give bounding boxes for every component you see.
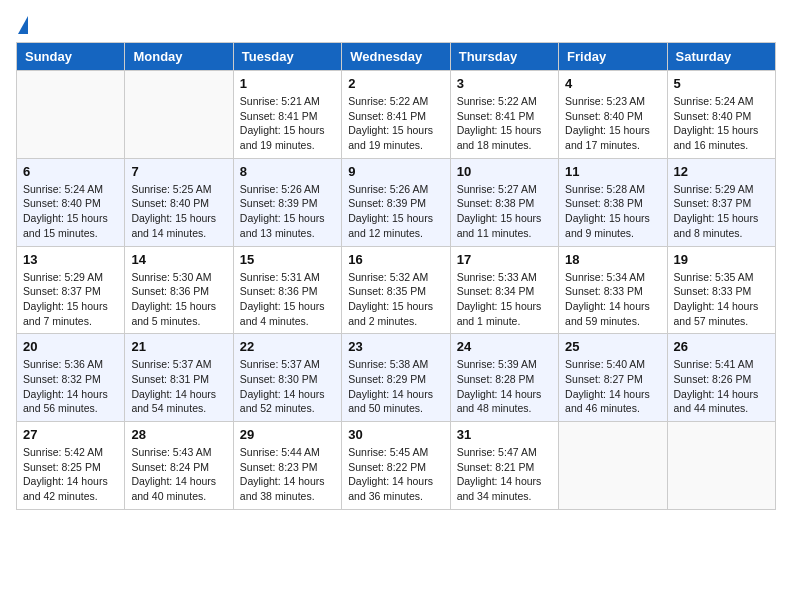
calendar-cell: 15Sunrise: 5:31 AMSunset: 8:36 PMDayligh… <box>233 246 341 334</box>
day-number: 25 <box>565 339 660 354</box>
logo-triangle-icon <box>18 16 28 34</box>
calendar-cell: 23Sunrise: 5:38 AMSunset: 8:29 PMDayligh… <box>342 334 450 422</box>
calendar-cell: 11Sunrise: 5:28 AMSunset: 8:38 PMDayligh… <box>559 158 667 246</box>
day-number: 10 <box>457 164 552 179</box>
day-number: 24 <box>457 339 552 354</box>
day-number: 16 <box>348 252 443 267</box>
day-info: Sunrise: 5:32 AMSunset: 8:35 PMDaylight:… <box>348 270 443 329</box>
calendar-cell: 4Sunrise: 5:23 AMSunset: 8:40 PMDaylight… <box>559 71 667 159</box>
header-wednesday: Wednesday <box>342 43 450 71</box>
calendar-cell: 28Sunrise: 5:43 AMSunset: 8:24 PMDayligh… <box>125 422 233 510</box>
day-number: 28 <box>131 427 226 442</box>
day-info: Sunrise: 5:21 AMSunset: 8:41 PMDaylight:… <box>240 94 335 153</box>
day-info: Sunrise: 5:29 AMSunset: 8:37 PMDaylight:… <box>23 270 118 329</box>
day-number: 15 <box>240 252 335 267</box>
day-info: Sunrise: 5:25 AMSunset: 8:40 PMDaylight:… <box>131 182 226 241</box>
day-info: Sunrise: 5:22 AMSunset: 8:41 PMDaylight:… <box>348 94 443 153</box>
day-number: 17 <box>457 252 552 267</box>
day-info: Sunrise: 5:37 AMSunset: 8:31 PMDaylight:… <box>131 357 226 416</box>
header-saturday: Saturday <box>667 43 775 71</box>
day-info: Sunrise: 5:28 AMSunset: 8:38 PMDaylight:… <box>565 182 660 241</box>
day-info: Sunrise: 5:29 AMSunset: 8:37 PMDaylight:… <box>674 182 769 241</box>
calendar-cell <box>17 71 125 159</box>
calendar-week-row: 27Sunrise: 5:42 AMSunset: 8:25 PMDayligh… <box>17 422 776 510</box>
day-number: 5 <box>674 76 769 91</box>
header-thursday: Thursday <box>450 43 558 71</box>
day-info: Sunrise: 5:33 AMSunset: 8:34 PMDaylight:… <box>457 270 552 329</box>
day-number: 31 <box>457 427 552 442</box>
calendar-week-row: 6Sunrise: 5:24 AMSunset: 8:40 PMDaylight… <box>17 158 776 246</box>
page-header <box>16 16 776 34</box>
calendar-cell: 30Sunrise: 5:45 AMSunset: 8:22 PMDayligh… <box>342 422 450 510</box>
day-number: 11 <box>565 164 660 179</box>
day-info: Sunrise: 5:39 AMSunset: 8:28 PMDaylight:… <box>457 357 552 416</box>
header-tuesday: Tuesday <box>233 43 341 71</box>
calendar-cell: 26Sunrise: 5:41 AMSunset: 8:26 PMDayligh… <box>667 334 775 422</box>
day-info: Sunrise: 5:35 AMSunset: 8:33 PMDaylight:… <box>674 270 769 329</box>
day-info: Sunrise: 5:22 AMSunset: 8:41 PMDaylight:… <box>457 94 552 153</box>
day-info: Sunrise: 5:24 AMSunset: 8:40 PMDaylight:… <box>23 182 118 241</box>
calendar-cell <box>559 422 667 510</box>
day-number: 23 <box>348 339 443 354</box>
day-info: Sunrise: 5:34 AMSunset: 8:33 PMDaylight:… <box>565 270 660 329</box>
day-number: 6 <box>23 164 118 179</box>
day-number: 22 <box>240 339 335 354</box>
logo <box>16 16 28 34</box>
calendar-cell: 16Sunrise: 5:32 AMSunset: 8:35 PMDayligh… <box>342 246 450 334</box>
calendar-cell: 6Sunrise: 5:24 AMSunset: 8:40 PMDaylight… <box>17 158 125 246</box>
day-info: Sunrise: 5:41 AMSunset: 8:26 PMDaylight:… <box>674 357 769 416</box>
header-friday: Friday <box>559 43 667 71</box>
calendar-cell: 27Sunrise: 5:42 AMSunset: 8:25 PMDayligh… <box>17 422 125 510</box>
calendar-cell: 31Sunrise: 5:47 AMSunset: 8:21 PMDayligh… <box>450 422 558 510</box>
calendar-cell: 14Sunrise: 5:30 AMSunset: 8:36 PMDayligh… <box>125 246 233 334</box>
calendar-cell <box>667 422 775 510</box>
day-number: 13 <box>23 252 118 267</box>
day-info: Sunrise: 5:26 AMSunset: 8:39 PMDaylight:… <box>240 182 335 241</box>
day-info: Sunrise: 5:44 AMSunset: 8:23 PMDaylight:… <box>240 445 335 504</box>
day-info: Sunrise: 5:36 AMSunset: 8:32 PMDaylight:… <box>23 357 118 416</box>
day-number: 12 <box>674 164 769 179</box>
calendar-cell: 1Sunrise: 5:21 AMSunset: 8:41 PMDaylight… <box>233 71 341 159</box>
calendar-week-row: 13Sunrise: 5:29 AMSunset: 8:37 PMDayligh… <box>17 246 776 334</box>
day-number: 20 <box>23 339 118 354</box>
calendar-cell: 2Sunrise: 5:22 AMSunset: 8:41 PMDaylight… <box>342 71 450 159</box>
calendar-cell: 17Sunrise: 5:33 AMSunset: 8:34 PMDayligh… <box>450 246 558 334</box>
day-number: 2 <box>348 76 443 91</box>
day-info: Sunrise: 5:31 AMSunset: 8:36 PMDaylight:… <box>240 270 335 329</box>
calendar-cell: 25Sunrise: 5:40 AMSunset: 8:27 PMDayligh… <box>559 334 667 422</box>
calendar-cell: 12Sunrise: 5:29 AMSunset: 8:37 PMDayligh… <box>667 158 775 246</box>
day-info: Sunrise: 5:24 AMSunset: 8:40 PMDaylight:… <box>674 94 769 153</box>
calendar-week-row: 20Sunrise: 5:36 AMSunset: 8:32 PMDayligh… <box>17 334 776 422</box>
day-number: 21 <box>131 339 226 354</box>
day-number: 30 <box>348 427 443 442</box>
day-info: Sunrise: 5:38 AMSunset: 8:29 PMDaylight:… <box>348 357 443 416</box>
day-info: Sunrise: 5:30 AMSunset: 8:36 PMDaylight:… <box>131 270 226 329</box>
calendar-cell: 10Sunrise: 5:27 AMSunset: 8:38 PMDayligh… <box>450 158 558 246</box>
day-number: 29 <box>240 427 335 442</box>
calendar-cell: 5Sunrise: 5:24 AMSunset: 8:40 PMDaylight… <box>667 71 775 159</box>
calendar-week-row: 1Sunrise: 5:21 AMSunset: 8:41 PMDaylight… <box>17 71 776 159</box>
header-sunday: Sunday <box>17 43 125 71</box>
day-number: 4 <box>565 76 660 91</box>
calendar-table: SundayMondayTuesdayWednesdayThursdayFrid… <box>16 42 776 510</box>
day-info: Sunrise: 5:43 AMSunset: 8:24 PMDaylight:… <box>131 445 226 504</box>
day-number: 8 <box>240 164 335 179</box>
day-info: Sunrise: 5:47 AMSunset: 8:21 PMDaylight:… <box>457 445 552 504</box>
calendar-cell: 13Sunrise: 5:29 AMSunset: 8:37 PMDayligh… <box>17 246 125 334</box>
day-number: 1 <box>240 76 335 91</box>
calendar-cell: 29Sunrise: 5:44 AMSunset: 8:23 PMDayligh… <box>233 422 341 510</box>
day-info: Sunrise: 5:42 AMSunset: 8:25 PMDaylight:… <box>23 445 118 504</box>
day-number: 19 <box>674 252 769 267</box>
calendar-cell: 22Sunrise: 5:37 AMSunset: 8:30 PMDayligh… <box>233 334 341 422</box>
day-number: 18 <box>565 252 660 267</box>
day-number: 9 <box>348 164 443 179</box>
calendar-cell: 21Sunrise: 5:37 AMSunset: 8:31 PMDayligh… <box>125 334 233 422</box>
calendar-cell: 3Sunrise: 5:22 AMSunset: 8:41 PMDaylight… <box>450 71 558 159</box>
day-number: 7 <box>131 164 226 179</box>
calendar-cell <box>125 71 233 159</box>
day-info: Sunrise: 5:23 AMSunset: 8:40 PMDaylight:… <box>565 94 660 153</box>
header-monday: Monday <box>125 43 233 71</box>
day-number: 14 <box>131 252 226 267</box>
calendar-header-row: SundayMondayTuesdayWednesdayThursdayFrid… <box>17 43 776 71</box>
calendar-cell: 7Sunrise: 5:25 AMSunset: 8:40 PMDaylight… <box>125 158 233 246</box>
